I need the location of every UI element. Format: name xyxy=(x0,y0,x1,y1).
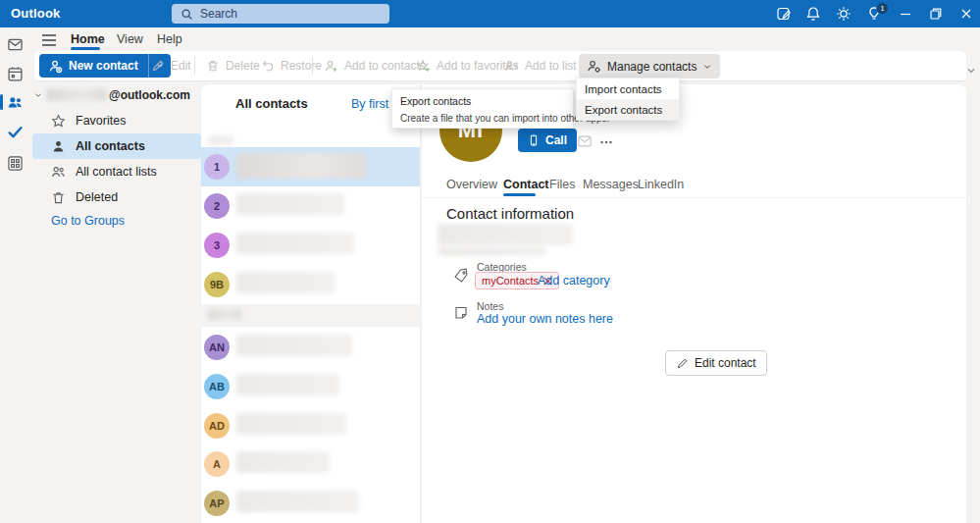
star-plus-icon xyxy=(416,59,431,74)
pencil-icon xyxy=(676,357,689,370)
email-icon-disabled xyxy=(577,133,593,149)
person-plus-icon xyxy=(324,59,338,74)
account-collapse-chevron[interactable] xyxy=(33,90,43,100)
export-contacts-tooltip: Export contacts Create a file that you c… xyxy=(391,88,574,129)
contact-avatar[interactable]: A xyxy=(204,451,230,477)
people-list-icon xyxy=(504,59,519,74)
redacted-contact-name xyxy=(236,374,339,395)
redacted-contact-name xyxy=(236,413,346,435)
detail-tab-contact[interactable]: Contact xyxy=(503,178,549,191)
tag-icon xyxy=(453,268,469,284)
app-logo[interactable]: Outlook xyxy=(11,6,61,21)
chevron-down-icon xyxy=(702,62,712,72)
phone-icon xyxy=(528,134,540,146)
rail-active-indicator xyxy=(0,94,3,110)
trash-icon xyxy=(51,190,66,205)
person-add-icon xyxy=(48,59,63,74)
new-contact-label: New contact xyxy=(69,59,138,73)
redacted-contact-name xyxy=(236,451,330,473)
tooltip-title: Export contacts xyxy=(400,95,565,107)
settings-gear-icon[interactable] xyxy=(836,6,851,22)
contact-list-title: All contacts xyxy=(235,96,308,111)
rail-mail-icon[interactable] xyxy=(7,36,24,53)
rail-calendar-icon[interactable] xyxy=(7,66,24,82)
restore-button: Restore xyxy=(257,54,326,78)
add-category-link[interactable]: Add category xyxy=(538,274,610,288)
minimize-button[interactable] xyxy=(898,6,913,22)
divider xyxy=(422,197,966,198)
rail-more-apps-icon[interactable] xyxy=(7,155,24,172)
redacted-contact-name xyxy=(236,335,352,356)
edit-contact-button[interactable]: Edit contact xyxy=(665,350,767,376)
add-notes-link[interactable]: Add your own notes here xyxy=(477,312,613,326)
manage-contacts-button[interactable]: Manage contacts xyxy=(579,54,720,78)
detail-active-tab-underline xyxy=(503,193,536,196)
divider xyxy=(194,57,195,75)
more-options-icon[interactable] xyxy=(598,134,614,150)
contact-information-title: Contact information xyxy=(446,205,574,222)
sidebar-item-favorites[interactable]: Favorites xyxy=(32,108,201,133)
sidebar-item-all-contact-lists[interactable]: All contact lists xyxy=(32,159,201,184)
contact-avatar[interactable]: 9B xyxy=(204,272,230,297)
contact-avatar[interactable]: AN xyxy=(204,335,230,360)
redacted-contact-name xyxy=(236,233,354,254)
redacted-contact-name xyxy=(236,272,335,293)
redacted-contact-name xyxy=(236,153,366,179)
call-button[interactable]: Call xyxy=(518,129,577,152)
feedback-icon[interactable] xyxy=(776,6,792,22)
contact-avatar[interactable]: 1 xyxy=(204,154,230,180)
redacted-group-header xyxy=(208,135,233,145)
notes-icon xyxy=(453,305,469,321)
trash-icon xyxy=(206,59,220,73)
redacted-contact-field xyxy=(438,224,573,245)
contact-avatar[interactable]: AD xyxy=(204,413,230,439)
detail-tab-overview[interactable]: Overview xyxy=(446,178,497,191)
restore-window-button[interactable] xyxy=(928,6,944,22)
edit-button: Edit xyxy=(147,54,195,78)
tips-badge: 1 xyxy=(876,2,889,15)
detail-tab-messages[interactable]: Messages xyxy=(583,178,639,191)
person-icon xyxy=(51,139,66,154)
active-tab-underline xyxy=(71,47,100,50)
tab-help[interactable]: Help xyxy=(157,32,182,46)
contact-avatar[interactable]: 2 xyxy=(204,193,230,219)
notes-label: Notes xyxy=(477,300,503,312)
title-bar: Outlook Search 1 xyxy=(0,0,980,27)
manage-contacts-menu: Import contacts Export contacts xyxy=(576,78,680,121)
search-icon xyxy=(181,8,193,21)
rail-todo-icon[interactable] xyxy=(7,124,24,140)
hamburger-menu-icon[interactable] xyxy=(41,33,57,47)
detail-tab-linkedin[interactable]: LinkedIn xyxy=(638,178,684,191)
divider xyxy=(312,57,313,75)
search-input[interactable]: Search xyxy=(172,4,389,24)
contact-avatar[interactable]: AB xyxy=(204,374,230,399)
people-icon xyxy=(51,165,66,180)
redacted-contact-name xyxy=(236,193,344,215)
close-window-button[interactable] xyxy=(958,6,974,22)
tab-home[interactable]: Home xyxy=(71,32,105,46)
tooltip-description: Create a file that you can import into o… xyxy=(400,113,565,124)
redacted-contact-field xyxy=(438,246,545,256)
person-gear-icon xyxy=(587,59,601,74)
contact-avatar[interactable]: AP xyxy=(204,491,230,516)
menu-item-import-contacts[interactable]: Import contacts xyxy=(577,78,679,99)
menu-item-export-contacts[interactable]: Export contacts xyxy=(577,99,679,120)
delete-button: Delete xyxy=(202,54,264,78)
go-to-groups-link[interactable]: Go to Groups xyxy=(51,214,125,228)
sidebar-item-deleted[interactable]: Deleted xyxy=(32,184,201,210)
notifications-bell-icon[interactable] xyxy=(805,6,821,22)
undo-arrow-icon xyxy=(261,59,275,73)
sidebar-item-all-contacts[interactable]: All contacts xyxy=(32,133,201,159)
tab-view[interactable]: View xyxy=(117,32,143,46)
pencil-icon xyxy=(151,59,165,73)
menu-bar xyxy=(0,27,980,51)
redacted-contact-name xyxy=(236,491,359,512)
ribbon-collapse-chevron[interactable] xyxy=(965,65,977,77)
redacted-group-header xyxy=(208,309,241,320)
account-domain[interactable]: @outlook.com xyxy=(109,88,190,102)
redacted-account-name xyxy=(46,88,107,101)
detail-tab-files[interactable]: Files xyxy=(549,178,575,191)
star-icon xyxy=(51,114,66,129)
rail-people-icon[interactable] xyxy=(7,94,24,111)
contact-avatar[interactable]: 3 xyxy=(204,233,230,258)
